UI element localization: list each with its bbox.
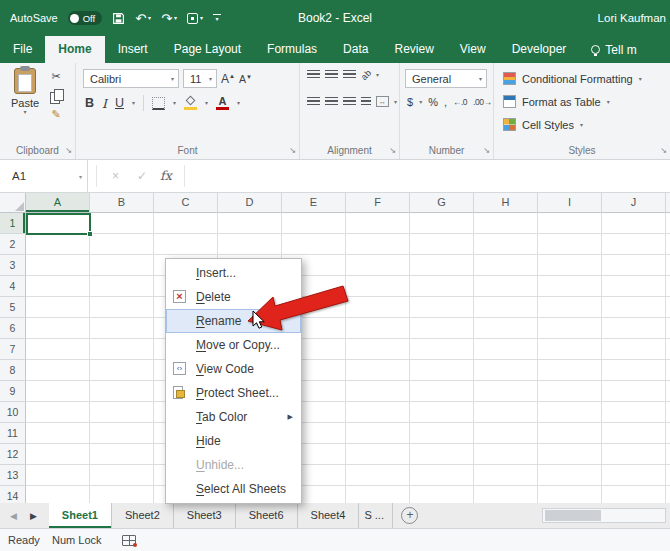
font-size-select[interactable]: 11▾ xyxy=(183,69,217,88)
comma-style-button[interactable]: , xyxy=(444,96,447,108)
tab-home[interactable]: Home xyxy=(45,36,104,63)
font-color-button[interactable]: A xyxy=(216,96,229,110)
column-header-b[interactable]: B xyxy=(90,193,154,213)
menu-item-hide[interactable]: Hide xyxy=(166,429,301,453)
tab-formulas[interactable]: Formulas xyxy=(254,36,330,63)
clipboard-dialog-launcher-icon[interactable]: ↘ xyxy=(65,147,72,155)
cut-icon[interactable]: ✂ xyxy=(51,71,60,82)
enter-button[interactable]: ✓ xyxy=(137,160,147,192)
formula-input[interactable] xyxy=(190,160,670,192)
cancel-button[interactable]: × xyxy=(112,160,119,192)
sheet-tab-sheet1[interactable]: Sheet1 xyxy=(49,503,112,528)
redo-button[interactable]: ↷▾ xyxy=(161,12,177,25)
tab-review[interactable]: Review xyxy=(381,36,446,63)
sheet-tab-sheet3[interactable]: Sheet3 xyxy=(174,503,236,528)
sheet-tab-sheet4[interactable]: Sheet4 xyxy=(298,503,360,528)
font-dialog-launcher-icon[interactable]: ↘ xyxy=(289,147,296,155)
fill-handle[interactable] xyxy=(87,231,93,237)
row-header-13[interactable]: 13 xyxy=(0,465,26,486)
tab-view[interactable]: View xyxy=(447,36,499,63)
tab-page-layout[interactable]: Page Layout xyxy=(161,36,254,63)
alignment-dialog-launcher-icon[interactable]: ↘ xyxy=(389,147,396,155)
row-header-10[interactable]: 10 xyxy=(0,402,26,423)
row-header-3[interactable]: 3 xyxy=(0,255,26,276)
autosave-toggle[interactable]: Off xyxy=(68,11,103,25)
menu-item-move-or-copy[interactable]: Move or Copy... xyxy=(166,333,301,357)
styles-dialog-launcher-icon[interactable]: ↘ xyxy=(660,147,667,155)
row-header-11[interactable]: 11 xyxy=(0,423,26,444)
sheet-tab-truncated[interactable]: S ... xyxy=(359,503,393,528)
menu-item-select-all-sheets[interactable]: Select All Sheets xyxy=(166,477,301,501)
quick-access-custom-button[interactable]: ▾ xyxy=(187,13,203,24)
decrease-font-button[interactable]: A▼ xyxy=(239,73,252,85)
row-header-2[interactable]: 2 xyxy=(0,234,26,255)
customize-quick-access-button[interactable]: ▾ xyxy=(213,14,221,22)
menu-item-insert[interactable]: Insert... xyxy=(166,261,301,285)
horizontal-scrollbar[interactable] xyxy=(542,508,666,523)
row-header-12[interactable]: 12 xyxy=(0,444,26,465)
cells-area[interactable] xyxy=(26,213,670,503)
align-top-icon[interactable] xyxy=(307,70,320,80)
align-bottom-icon[interactable] xyxy=(343,70,356,80)
cell-styles-button[interactable]: Cell Styles ▾ xyxy=(503,118,583,131)
column-header-d[interactable]: D xyxy=(218,193,282,213)
row-header-4[interactable]: 4 xyxy=(0,276,26,297)
paste-button[interactable]: Paste ▾ xyxy=(5,68,45,134)
decrease-decimal-button[interactable]: .00→ xyxy=(473,97,491,107)
column-header-a[interactable]: A xyxy=(26,193,90,213)
align-middle-icon[interactable] xyxy=(325,70,338,80)
row-header-14[interactable]: 14 xyxy=(0,486,26,503)
number-format-select[interactable]: General▾ xyxy=(405,69,487,88)
increase-decimal-button[interactable]: ←.0 xyxy=(453,97,467,107)
merge-center-button[interactable]: ↔ xyxy=(376,96,389,107)
macro-record-icon[interactable] xyxy=(122,535,136,546)
chevron-down-icon[interactable]: ▾ xyxy=(132,100,135,106)
align-right-icon[interactable] xyxy=(343,97,356,107)
chevron-down-icon[interactable]: ▾ xyxy=(237,100,240,106)
menu-item-delete[interactable]: Delete xyxy=(166,285,301,309)
previous-sheet-arrow-icon[interactable]: ◀ xyxy=(10,511,17,521)
row-header-1[interactable]: 1 xyxy=(0,213,26,234)
menu-item-tab-color[interactable]: Tab Color▶ xyxy=(166,405,301,429)
tab-developer[interactable]: Developer xyxy=(499,36,580,63)
fill-color-button[interactable] xyxy=(184,97,197,110)
column-header-e[interactable]: E xyxy=(282,193,346,213)
italic-button[interactable]: I xyxy=(102,96,107,111)
accounting-format-button[interactable]: $ xyxy=(407,96,413,108)
format-as-table-button[interactable]: Format as Table ▾ xyxy=(503,95,610,108)
menu-item-protect-sheet[interactable]: Protect Sheet... xyxy=(166,381,301,405)
column-header-c[interactable]: C xyxy=(154,193,218,213)
tell-me-box[interactable]: Tell m xyxy=(591,36,636,63)
number-dialog-launcher-icon[interactable]: ↘ xyxy=(483,147,490,155)
new-sheet-button[interactable]: + xyxy=(401,507,418,524)
row-header-5[interactable]: 5 xyxy=(0,297,26,318)
horizontal-scrollbar-thumb[interactable] xyxy=(545,510,601,521)
chevron-down-icon[interactable]: ▾ xyxy=(394,99,397,105)
underline-button[interactable]: U xyxy=(115,96,124,110)
row-header-7[interactable]: 7 xyxy=(0,339,26,360)
align-left-icon[interactable] xyxy=(307,97,320,107)
orientation-icon[interactable]: ab xyxy=(359,68,373,82)
sheet-tab-sheet6[interactable]: Sheet6 xyxy=(236,503,298,528)
row-header-8[interactable]: 8 xyxy=(0,360,26,381)
chevron-down-icon[interactable]: ▾ xyxy=(173,100,176,106)
column-header-g[interactable]: G xyxy=(410,193,474,213)
sheet-tab-sheet2[interactable]: Sheet2 xyxy=(112,503,174,528)
chevron-down-icon[interactable]: ▾ xyxy=(205,100,208,106)
decrease-indent-icon[interactable] xyxy=(361,97,371,107)
select-all-corner[interactable] xyxy=(0,193,26,213)
increase-font-button[interactable]: A▲ xyxy=(221,72,235,86)
chevron-down-icon[interactable]: ▾ xyxy=(419,99,422,105)
column-header-j[interactable]: J xyxy=(602,193,666,213)
conditional-formatting-button[interactable]: Conditional Formatting ▾ xyxy=(503,72,642,85)
tab-data[interactable]: Data xyxy=(330,36,381,63)
format-painter-icon[interactable]: ✎ xyxy=(51,109,60,120)
column-header-i[interactable]: I xyxy=(538,193,602,213)
save-button[interactable] xyxy=(112,12,125,25)
undo-button[interactable]: ↶▾ xyxy=(135,12,151,25)
insert-function-button[interactable]: fx xyxy=(160,160,172,192)
next-sheet-arrow-icon[interactable]: ▶ xyxy=(30,511,37,521)
row-header-6[interactable]: 6 xyxy=(0,318,26,339)
column-header-h[interactable]: H xyxy=(474,193,538,213)
tab-insert[interactable]: Insert xyxy=(105,36,161,63)
